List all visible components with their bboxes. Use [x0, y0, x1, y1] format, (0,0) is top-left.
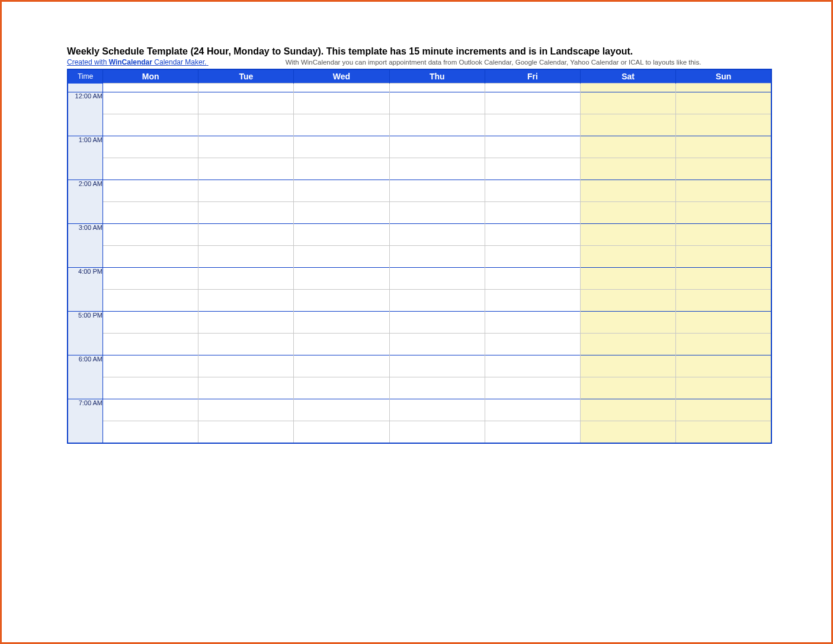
schedule-cell[interactable]: [294, 377, 389, 399]
schedule-cell[interactable]: [485, 224, 580, 246]
schedule-cell[interactable]: [676, 312, 771, 334]
schedule-cell[interactable]: [103, 377, 198, 399]
schedule-cell[interactable]: [581, 158, 676, 180]
schedule-cell[interactable]: [676, 399, 771, 421]
schedule-cell[interactable]: [294, 399, 389, 421]
schedule-cell[interactable]: [198, 136, 294, 158]
schedule-cell[interactable]: [676, 355, 771, 377]
schedule-cell[interactable]: [103, 334, 198, 355]
schedule-cell[interactable]: [198, 377, 294, 399]
schedule-cell[interactable]: [198, 421, 294, 444]
schedule-cell[interactable]: [103, 114, 198, 136]
schedule-cell[interactable]: [389, 399, 485, 421]
schedule-cell[interactable]: [676, 377, 771, 399]
schedule-cell[interactable]: [485, 114, 580, 136]
schedule-cell[interactable]: [485, 290, 580, 312]
schedule-cell[interactable]: [103, 92, 198, 114]
schedule-cell[interactable]: [294, 92, 389, 114]
schedule-cell[interactable]: [389, 312, 485, 334]
schedule-cell[interactable]: [103, 180, 198, 202]
schedule-cell[interactable]: [103, 290, 198, 312]
schedule-cell[interactable]: [581, 180, 676, 202]
schedule-cell[interactable]: [294, 84, 389, 92]
schedule-cell[interactable]: [581, 312, 676, 334]
schedule-cell[interactable]: [198, 180, 294, 202]
schedule-cell[interactable]: [294, 158, 389, 180]
schedule-cell[interactable]: [581, 114, 676, 136]
schedule-cell[interactable]: [294, 355, 389, 377]
schedule-cell[interactable]: [676, 136, 771, 158]
schedule-cell[interactable]: [485, 377, 580, 399]
schedule-cell[interactable]: [581, 136, 676, 158]
schedule-cell[interactable]: [294, 224, 389, 246]
schedule-cell[interactable]: [198, 202, 294, 224]
schedule-cell[interactable]: [581, 334, 676, 355]
schedule-cell[interactable]: [103, 246, 198, 268]
schedule-cell[interactable]: [676, 158, 771, 180]
schedule-cell[interactable]: [103, 312, 198, 334]
schedule-cell[interactable]: [581, 84, 676, 92]
schedule-cell[interactable]: [198, 114, 294, 136]
schedule-cell[interactable]: [581, 399, 676, 421]
schedule-cell[interactable]: [294, 421, 389, 444]
schedule-cell[interactable]: [103, 84, 198, 92]
schedule-cell[interactable]: [676, 290, 771, 312]
schedule-cell[interactable]: [389, 268, 485, 290]
schedule-cell[interactable]: [581, 421, 676, 444]
schedule-cell[interactable]: [198, 84, 294, 92]
schedule-cell[interactable]: [198, 268, 294, 290]
schedule-cell[interactable]: [389, 92, 485, 114]
schedule-cell[interactable]: [581, 92, 676, 114]
schedule-cell[interactable]: [676, 202, 771, 224]
schedule-cell[interactable]: [389, 224, 485, 246]
schedule-cell[interactable]: [198, 399, 294, 421]
schedule-cell[interactable]: [389, 355, 485, 377]
schedule-cell[interactable]: [103, 136, 198, 158]
schedule-cell[interactable]: [198, 92, 294, 114]
schedule-cell[interactable]: [198, 158, 294, 180]
schedule-cell[interactable]: [676, 421, 771, 444]
schedule-cell[interactable]: [676, 246, 771, 268]
schedule-cell[interactable]: [389, 158, 485, 180]
schedule-cell[interactable]: [389, 136, 485, 158]
schedule-cell[interactable]: [198, 334, 294, 355]
schedule-cell[interactable]: [389, 421, 485, 444]
schedule-cell[interactable]: [389, 246, 485, 268]
schedule-cell[interactable]: [676, 92, 771, 114]
schedule-cell[interactable]: [676, 224, 771, 246]
schedule-cell[interactable]: [294, 268, 389, 290]
schedule-cell[interactable]: [485, 355, 580, 377]
schedule-cell[interactable]: [676, 84, 771, 92]
schedule-cell[interactable]: [485, 399, 580, 421]
schedule-cell[interactable]: [485, 202, 580, 224]
schedule-cell[interactable]: [581, 224, 676, 246]
maker-link[interactable]: Created with WinCalendar Calendar Maker.: [67, 58, 209, 66]
schedule-cell[interactable]: [198, 290, 294, 312]
schedule-cell[interactable]: [294, 312, 389, 334]
schedule-cell[interactable]: [198, 224, 294, 246]
schedule-cell[interactable]: [676, 114, 771, 136]
schedule-cell[interactable]: [103, 355, 198, 377]
schedule-cell[interactable]: [485, 92, 580, 114]
schedule-cell[interactable]: [198, 246, 294, 268]
schedule-cell[interactable]: [485, 421, 580, 444]
schedule-cell[interactable]: [485, 246, 580, 268]
schedule-cell[interactable]: [581, 202, 676, 224]
schedule-cell[interactable]: [389, 114, 485, 136]
schedule-cell[interactable]: [389, 202, 485, 224]
schedule-cell[interactable]: [294, 114, 389, 136]
schedule-cell[interactable]: [103, 202, 198, 224]
schedule-cell[interactable]: [676, 334, 771, 355]
schedule-cell[interactable]: [676, 268, 771, 290]
schedule-cell[interactable]: [103, 421, 198, 444]
schedule-cell[interactable]: [389, 290, 485, 312]
schedule-cell[interactable]: [485, 334, 580, 355]
schedule-cell[interactable]: [581, 355, 676, 377]
schedule-cell[interactable]: [389, 377, 485, 399]
schedule-cell[interactable]: [581, 268, 676, 290]
schedule-cell[interactable]: [294, 290, 389, 312]
schedule-cell[interactable]: [581, 290, 676, 312]
schedule-cell[interactable]: [103, 399, 198, 421]
schedule-cell[interactable]: [676, 180, 771, 202]
schedule-cell[interactable]: [581, 377, 676, 399]
